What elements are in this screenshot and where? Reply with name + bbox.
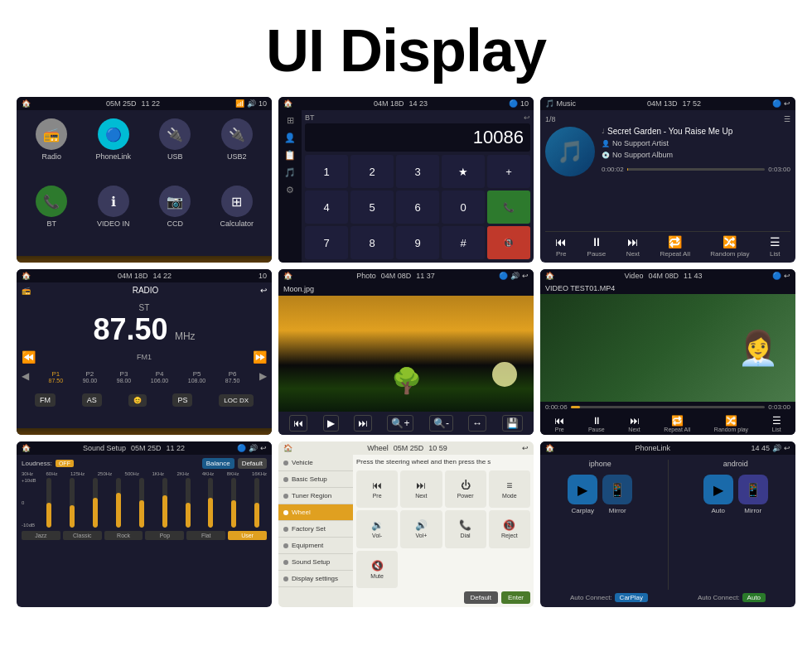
wheel-btn-mute[interactable]: 🔇 Mute (356, 551, 398, 588)
dial-call[interactable]: 📞 (487, 191, 530, 224)
preset-p1[interactable]: P1 87.50 (49, 370, 64, 383)
dial-8[interactable]: 8 (350, 226, 394, 259)
video-pause[interactable]: ⏸ Pause (588, 415, 605, 432)
ctrl-next[interactable]: ⏭ Next (626, 235, 640, 258)
menu-factory-set[interactable]: Factory Set (278, 521, 353, 538)
menu-tuner-region[interactable]: Tuner Region (278, 488, 353, 504)
video-pre[interactable]: ⏮ Pre (554, 415, 564, 432)
wheel-btn-voldown[interactable]: 🔉 Vol- (356, 510, 398, 547)
preset-pop[interactable]: Pop (145, 531, 184, 540)
ctrl-pause[interactable]: ⏸ Pause (587, 235, 607, 258)
photo-zoomout[interactable]: 🔍- (429, 415, 453, 432)
menu-basic-setup[interactable]: Basic Setup (278, 471, 353, 488)
dial-plus[interactable]: + (487, 155, 530, 188)
wheel-btn-power[interactable]: ⏻ Power (445, 470, 486, 508)
wheel-btn-reject[interactable]: 📵 Reject (489, 510, 530, 547)
balance-btn[interactable]: Balance (202, 458, 234, 469)
preset-user[interactable]: User (228, 531, 267, 540)
iphone-mirror-app[interactable]: 📱 Mirror (602, 475, 632, 514)
preset-p3[interactable]: P3 98.00 (117, 370, 132, 383)
back-icon[interactable]: ↩ (524, 113, 530, 122)
app-phonelink[interactable]: 🔵 PhoneLink (85, 118, 143, 181)
dial-4[interactable]: 4 (305, 191, 348, 224)
dial-hangup[interactable]: 📵 (487, 226, 530, 259)
ps-btn[interactable]: PS (172, 393, 192, 407)
video-repeat[interactable]: 🔁 Repeat All (664, 415, 690, 432)
dial-2[interactable]: 2 (350, 155, 394, 188)
app-videoin[interactable]: ℹ VIDEO IN (85, 186, 143, 248)
preset-jazz[interactable]: Jazz (22, 531, 60, 540)
app-usb2[interactable]: 🔌 USB2 (209, 118, 266, 181)
menu-vehicle[interactable]: Vehicle (278, 455, 353, 471)
menu-display[interactable]: Display settings (278, 571, 353, 587)
preset-p6[interactable]: P6 87.50 (225, 370, 240, 383)
video-next[interactable]: ⏭ Next (628, 415, 640, 432)
repeat-icon: 🔁 (671, 415, 684, 427)
app-radio[interactable]: 📻 Radio (23, 118, 80, 181)
photo-zoomin[interactable]: 🔍+ (387, 415, 413, 432)
dial-6[interactable]: 6 (396, 191, 439, 224)
back-icon[interactable]: ↩ (784, 99, 790, 108)
locdx-btn[interactable]: LOC DX (219, 394, 254, 407)
preset-p5[interactable]: P5 108.00 (188, 370, 205, 383)
video-list[interactable]: ☰ List (772, 415, 781, 432)
seek-next[interactable]: ⏩ (253, 350, 267, 364)
radio-back-icon[interactable]: ↩ (260, 286, 267, 295)
ctrl-pre[interactable]: ⏮ Pre (555, 235, 567, 258)
back-icon[interactable]: ↩ (522, 444, 529, 452)
wheel-enter-btn[interactable]: Enter (501, 591, 530, 604)
default-btn[interactable]: Default (238, 458, 267, 469)
wheel-btn-volup[interactable]: 🔊 Vol+ (400, 510, 442, 547)
back-icon[interactable]: ↩ (784, 272, 790, 280)
as-btn[interactable]: AS (82, 393, 102, 407)
preset-rock[interactable]: Rock (104, 531, 143, 540)
dial-1[interactable]: 1 (305, 155, 348, 188)
dial-3[interactable]: 3 (396, 155, 439, 188)
wheel-default-btn[interactable]: Default (464, 591, 498, 604)
wheel-btn-next[interactable]: ⏭ Next (400, 470, 442, 508)
dial-5[interactable]: 5 (350, 191, 394, 224)
back-icon[interactable]: ↩ (784, 444, 790, 452)
dial-7[interactable]: 7 (305, 226, 348, 259)
photo-fit[interactable]: ↔ (468, 415, 486, 432)
fm-btn[interactable]: FM (35, 393, 56, 407)
video-progress-bar[interactable] (571, 406, 766, 408)
preset-p4[interactable]: P4 106.00 (151, 370, 168, 383)
app-usb[interactable]: 🔌 USB (147, 118, 204, 181)
photo-prev[interactable]: ⏮ (289, 415, 307, 432)
next-preset[interactable]: ▶ (259, 370, 267, 383)
prev-preset[interactable]: ◀ (22, 370, 29, 383)
wheel-btn-dial[interactable]: 📞 Dial (445, 510, 486, 547)
eq-bars[interactable] (40, 478, 267, 528)
auto-app[interactable]: ▶ Auto (703, 475, 733, 514)
wheel-btn-mode[interactable]: ≡ Mode (489, 470, 530, 508)
seek-prev[interactable]: ⏪ (22, 350, 36, 364)
menu-sound-setup[interactable]: Sound Setup (278, 554, 353, 571)
ctrl-list[interactable]: ☰ List (770, 235, 781, 258)
preset-flat[interactable]: Flat (186, 531, 225, 540)
loudness-toggle[interactable]: OFF (56, 460, 74, 467)
carplay-app[interactable]: ▶ Carplay (568, 475, 597, 514)
menu-wheel[interactable]: Wheel (278, 504, 353, 521)
dial-hash[interactable]: # (442, 226, 485, 259)
preset-p2[interactable]: P2 90.00 (83, 370, 98, 383)
app-ccd[interactable]: 📷 CCD (147, 186, 204, 248)
back-icon[interactable]: ↩ (522, 272, 529, 280)
android-mirror-app[interactable]: 📱 Mirror (738, 475, 768, 514)
dial-9[interactable]: 9 (396, 226, 439, 259)
wheel-btn-pre[interactable]: ⏮ Pre (356, 470, 398, 508)
dial-star[interactable]: ★ (442, 155, 485, 188)
photo-save[interactable]: 💾 (502, 415, 523, 432)
video-random[interactable]: 🔀 Random play (714, 415, 748, 432)
app-bt[interactable]: 📞 BT (23, 186, 80, 248)
ctrl-repeat[interactable]: 🔁 Repeat All (660, 235, 689, 258)
menu-equipment[interactable]: Equipment (278, 538, 353, 554)
photo-play[interactable]: ▶ (323, 415, 339, 432)
back-icon[interactable]: ↩ (260, 444, 267, 452)
photo-next[interactable]: ⏭ (354, 415, 372, 432)
ctrl-random[interactable]: 🔀 Random play (710, 235, 749, 258)
dial-0[interactable]: 0 (442, 191, 485, 224)
preset-classic[interactable]: Classic (63, 531, 102, 540)
app-calculator[interactable]: ⊞ Calculator (209, 186, 266, 248)
progress-bar[interactable] (627, 168, 766, 171)
